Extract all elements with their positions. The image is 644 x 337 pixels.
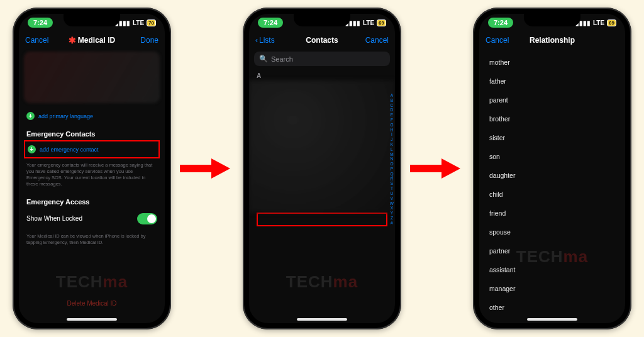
back-button[interactable]: ‹Lists [255, 36, 287, 45]
index-letter[interactable]: Y [390, 211, 394, 216]
relationship-list: motherfatherparentbrothersistersondaught… [479, 49, 625, 323]
alpha-index[interactable]: ABCDEFGHIJKLMNOPQRSTUVWXYZ# [390, 93, 394, 226]
time-pill[interactable]: 7:24 [488, 18, 513, 28]
index-letter[interactable]: T [390, 186, 394, 191]
search-icon: 🔍 [259, 55, 268, 63]
medical-asterisk-icon: ✱ [69, 36, 76, 45]
index-letter[interactable]: W [390, 201, 394, 206]
index-letter[interactable]: O [390, 162, 394, 167]
status-right: ▮▮▮▮ LTE 69 [575, 19, 616, 26]
svg-marker-1 [410, 158, 460, 179]
relationship-option[interactable]: parent [479, 91, 625, 109]
home-indicator[interactable] [297, 318, 347, 321]
index-letter[interactable]: A [390, 93, 394, 98]
add-primary-language-row[interactable]: + add primary language [19, 108, 165, 124]
add-icon: + [28, 145, 36, 153]
show-locked-toggle[interactable] [137, 213, 157, 224]
relationship-option[interactable]: spouse [479, 223, 625, 241]
index-letter[interactable]: J [390, 137, 394, 142]
contacts-list-blurred [249, 80, 395, 213]
cancel-button[interactable]: Cancel [486, 36, 517, 45]
relationship-option[interactable]: other [479, 298, 625, 317]
home-indicator[interactable] [527, 318, 577, 321]
watermark: TECHma [249, 272, 395, 292]
page-title: Contacts [306, 36, 338, 45]
relationship-option[interactable]: friend [479, 204, 625, 223]
index-letter[interactable]: X [390, 206, 394, 211]
index-letter[interactable]: R [390, 177, 394, 182]
index-letter[interactable]: # [390, 221, 394, 226]
notch [64, 14, 120, 26]
done-button[interactable]: Done [127, 36, 158, 45]
notch [524, 14, 580, 26]
index-letter[interactable]: V [390, 196, 394, 201]
index-letter[interactable]: C [390, 103, 394, 108]
search-input[interactable]: 🔍 Search [254, 52, 390, 66]
relationship-option[interactable]: child [479, 185, 625, 204]
index-letter[interactable]: G [390, 123, 394, 128]
arrow-step-1 [180, 156, 230, 181]
relationship-option[interactable]: sister [479, 128, 625, 147]
index-letter[interactable]: D [390, 108, 394, 113]
index-letter[interactable]: B [390, 98, 394, 103]
index-letter[interactable]: E [390, 113, 394, 118]
index-letter[interactable]: U [390, 191, 394, 196]
cancel-button[interactable]: Cancel [25, 36, 57, 45]
index-letter[interactable]: L [390, 147, 394, 152]
time-pill[interactable]: 7:24 [258, 18, 283, 28]
status-right: ▮▮▮▮ LTE 69 [345, 19, 386, 26]
phone-relationship: 7:24 ▮▮▮▮ LTE 69 Cancel Relationship mot… [473, 8, 631, 329]
notch [294, 14, 350, 26]
chevron-left-icon: ‹ [255, 36, 258, 45]
index-letter[interactable]: I [390, 132, 394, 137]
delete-medical-id-button[interactable]: Delete Medical ID [19, 300, 165, 307]
content: + add primary language Emergency Contact… [19, 49, 165, 323]
status-right: ▮▮▮▮ LTE 70 [115, 19, 156, 26]
nav-bar: ‹Lists Contacts Cancel [249, 31, 395, 49]
cancel-button[interactable]: Cancel [357, 36, 389, 45]
relationship-option[interactable]: assistant [479, 260, 625, 279]
index-letter[interactable]: N [390, 157, 394, 162]
search-placeholder: Search [271, 55, 293, 63]
nav-bar: Cancel Relationship [479, 31, 625, 49]
content: 🔍 Search A ABCDEFGHIJKLMNOPQRSTUVWXYZ# T… [249, 49, 395, 323]
index-letter[interactable]: S [390, 181, 394, 186]
battery-icon: 70 [147, 19, 156, 26]
section-emergency-access: Emergency Access [19, 192, 165, 208]
relationship-option[interactable]: brother [479, 109, 625, 128]
screen: 7:24 ▮▮▮▮ LTE 69 ‹Lists Contacts Cancel … [249, 14, 395, 323]
profile-card-blurred [24, 52, 160, 103]
section-letter-a: A [249, 69, 395, 80]
add-emergency-contact-row[interactable]: + add emergency contact [28, 144, 156, 155]
highlight-selected-contact[interactable] [257, 213, 387, 226]
index-letter[interactable]: K [390, 142, 394, 147]
content: motherfatherparentbrothersistersondaught… [479, 49, 625, 323]
network-label: LTE [133, 19, 144, 26]
relationship-option[interactable]: manager [479, 279, 625, 298]
show-when-locked-row[interactable]: Show When Locked [19, 208, 165, 229]
relationship-option[interactable]: son [479, 147, 625, 166]
section-emergency-contacts: Emergency Contacts [19, 124, 165, 140]
time-pill[interactable]: 7:24 [28, 18, 53, 28]
relationship-option[interactable]: mother [479, 53, 625, 72]
title-text: Medical ID [78, 36, 115, 45]
relationship-option[interactable]: daughter [479, 166, 625, 185]
arrow-step-2 [410, 156, 460, 181]
ec-note: Your emergency contacts will receive a m… [19, 158, 165, 192]
relationship-option[interactable]: father [479, 72, 625, 91]
relationship-option[interactable]: partner [479, 241, 625, 260]
battery-icon: 69 [607, 19, 616, 26]
index-letter[interactable]: P [390, 167, 394, 172]
index-letter[interactable]: Q [390, 172, 394, 177]
home-indicator[interactable] [67, 318, 117, 321]
page-title: ✱ Medical ID [69, 36, 115, 45]
add-icon: + [26, 112, 35, 120]
svg-marker-0 [180, 158, 230, 179]
index-letter[interactable]: Z [390, 216, 394, 221]
index-letter[interactable]: H [390, 128, 394, 133]
screen: 7:24 ▮▮▮▮ LTE 69 Cancel Relationship mot… [479, 14, 625, 323]
watermark: TECHma [19, 272, 165, 292]
network-label: LTE [363, 19, 374, 26]
index-letter[interactable]: F [390, 118, 394, 123]
index-letter[interactable]: M [390, 152, 394, 157]
